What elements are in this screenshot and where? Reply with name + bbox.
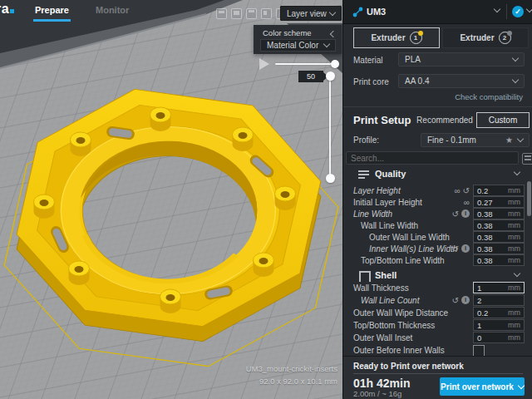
setting-row-wall-line-count[interactable]: Wall Line Count ↺i 2: [343, 294, 532, 306]
search-box[interactable]: [346, 151, 519, 165]
extruder-label: Extruder: [460, 33, 494, 42]
view-front-icon[interactable]: [231, 8, 242, 19]
setting-value-field[interactable]: 0mm: [473, 332, 525, 343]
chevron-down-icon: [323, 41, 330, 47]
check-compatibility-link[interactable]: Check compatibility: [455, 92, 523, 101]
color-scheme-dropdown[interactable]: Material Color: [260, 39, 336, 52]
setting-row-outer-wall-wipe-distance[interactable]: Outer Wall Wipe Distance 0.2mm: [343, 307, 532, 318]
layer-slider-bottom-handle[interactable]: [326, 174, 335, 183]
setting-label: Initial Layer Height: [353, 198, 422, 207]
recommended-mode-button[interactable]: Recommended: [415, 112, 475, 128]
custom-mode-button[interactable]: Custom: [476, 112, 530, 128]
material-color-dot: [507, 31, 512, 36]
chevron-down-icon: [514, 270, 520, 277]
section-quality[interactable]: Quality: [343, 168, 532, 181]
printer-status: Ready to Print over network: [353, 362, 464, 371]
print-over-network-button[interactable]: Print over network: [440, 377, 525, 396]
cura-window: ra Prepare Monitor Layer view Color sche…: [0, 0, 532, 399]
setting-row-top-bottom-line-width[interactable]: Top/Bottom Line Width 0.38mm: [343, 254, 532, 266]
print-core-dropdown[interactable]: AA 0.4: [398, 74, 525, 88]
tab-prepare[interactable]: Prepare: [35, 5, 69, 15]
search-input[interactable]: [347, 152, 526, 164]
profile-label: Profile:: [353, 135, 379, 145]
info-icon[interactable]: i: [461, 296, 470, 304]
view-mode-value: Layer view: [287, 9, 327, 18]
view-mode-dropdown[interactable]: Layer view: [280, 6, 342, 21]
info-icon[interactable]: i: [461, 209, 470, 218]
layer-slider-track[interactable]: [329, 76, 331, 179]
collapse-categories-icon[interactable]: [522, 153, 532, 165]
setting-value-field[interactable]: 0.2mm: [473, 185, 525, 196]
material-value: PLA: [405, 55, 421, 64]
extruder-number-badge: 2: [499, 32, 511, 44]
material-dropdown[interactable]: PLA: [398, 52, 525, 66]
setting-label: Outer Wall Wipe Distance: [353, 308, 448, 318]
settings-list[interactable]: Quality Layer Height ∞↺ 0.2mm Initial La…: [343, 166, 532, 356]
link-icon: ∞: [464, 198, 470, 207]
setting-row-inner-walls-line-width[interactable]: Inner Wall(s) Line Width ↺i 0.38mm: [343, 243, 532, 254]
model-name-label: UM3_mount-crickit-inserts: [246, 364, 337, 373]
setting-row-initial-layer-height[interactable]: Initial Layer Height ∞ 0.27mm: [343, 196, 532, 208]
info-icon[interactable]: i: [461, 244, 470, 253]
color-scheme-title: Color scheme: [263, 28, 312, 37]
section-shell[interactable]: Shell: [343, 269, 532, 283]
setting-row-line-width[interactable]: Line Width ↺i 0.38mm: [343, 208, 532, 219]
setting-row-outer-wall-inset[interactable]: Outer Wall Inset 0mm: [343, 332, 532, 343]
view-3d-icon[interactable]: [216, 8, 227, 19]
chevron-down-icon[interactable]: [526, 6, 532, 12]
printer-connected-icon: ✓: [512, 6, 524, 17]
setting-value-field[interactable]: 0.38mm: [473, 219, 525, 231]
tab-extruder-1[interactable]: Extruder 1: [353, 27, 440, 48]
setting-label: Top/Bottom Line Width: [361, 256, 445, 265]
tab-monitor[interactable]: Monitor: [96, 5, 129, 15]
setting-value-field[interactable]: 2: [473, 294, 525, 306]
printer-selector[interactable]: UM3 ✓: [343, 0, 532, 24]
revert-icon[interactable]: ↺: [452, 209, 459, 219]
setting-row-wall-line-width[interactable]: Wall Line Width 0.38mm: [343, 219, 532, 231]
chevron-down-icon: [517, 135, 524, 142]
chevron-down-icon: [512, 55, 519, 62]
revert-icon[interactable]: ↺: [463, 186, 470, 195]
viewport-3d[interactable]: ra Prepare Monitor Layer view Color sche…: [0, 0, 342, 399]
profile-dropdown[interactable]: Fine - 0.1mm ★: [421, 133, 530, 147]
print-time-estimate: 01h 42min: [353, 377, 410, 390]
chevron-down-icon: [512, 76, 519, 83]
setting-value-field[interactable]: 1mm: [473, 319, 525, 331]
extruder-label: Extruder: [371, 33, 405, 42]
setting-row-outer-before-inner-walls[interactable]: Outer Before Inner Walls: [343, 344, 532, 356]
revert-icon[interactable]: ↺: [452, 244, 459, 254]
revert-icon[interactable]: ↺: [452, 296, 459, 305]
setting-value-field[interactable]: 0.38mm: [473, 231, 525, 243]
setting-label: Outer Wall Line Width: [369, 233, 450, 242]
setting-value-field[interactable]: 0.38mm: [473, 243, 525, 254]
chevron-down-icon: [329, 8, 336, 15]
path-slider-handle[interactable]: [331, 60, 339, 68]
path-slider-track[interactable]: [275, 63, 337, 65]
play-button[interactable]: [259, 58, 269, 70]
chevron-down-icon: [494, 6, 500, 12]
color-scheme-panel: Color scheme Material Color: [254, 25, 342, 54]
collapse-panel-icon[interactable]: [330, 31, 337, 37]
setting-value-field[interactable]: 0.27mm: [473, 196, 525, 208]
setting-row-layer-height[interactable]: Layer Height ∞↺ 0.2mm: [343, 185, 532, 196]
layers-icon: [358, 170, 369, 180]
sidebar: UM3 ✓ Extruder 1 Extruder 2 Material PLA…: [342, 0, 532, 399]
divider: [506, 4, 507, 19]
view-left-icon[interactable]: [261, 8, 272, 19]
view-top-icon[interactable]: [246, 8, 257, 19]
settings-scrollbar[interactable]: [527, 181, 531, 216]
tab-extruder-2[interactable]: Extruder 2: [442, 27, 529, 48]
setting-value-field[interactable]: 0.38mm: [473, 254, 525, 266]
profile-value: Fine - 0.1mm: [427, 135, 476, 145]
setting-row-wall-thickness[interactable]: Wall Thickness 1mm: [343, 282, 532, 293]
setting-checkbox[interactable]: [473, 345, 485, 356]
setting-value-field[interactable]: 1mm: [473, 282, 525, 293]
setting-row-outer-wall-line-width[interactable]: Outer Wall Line Width 0.38mm: [343, 231, 532, 243]
setting-label: Wall Thickness: [353, 283, 409, 293]
setting-row-top-bottom-thickness[interactable]: Top/Bottom Thickness 1mm: [343, 319, 532, 331]
star-icon[interactable]: ★: [505, 135, 513, 145]
setting-value-field[interactable]: 0.2mm: [473, 307, 525, 318]
layer-number-badge: 50: [298, 71, 323, 82]
layer-slider-top-handle[interactable]: [326, 71, 335, 81]
setting-value-field[interactable]: 0.38mm: [473, 208, 525, 219]
